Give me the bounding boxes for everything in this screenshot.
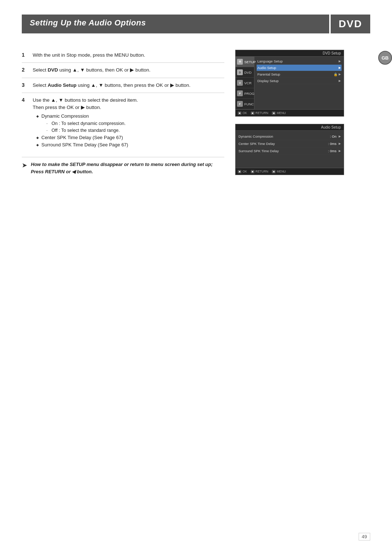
- gb-badge: GB: [378, 51, 392, 65]
- bullet-center: Center SPK Time Delay (See Page 67): [36, 134, 224, 142]
- dvd-screen-sidebar: ⚙ SETUP D DVD V VCR P PR: [236, 57, 254, 109]
- audio-footer-menu: ■ MENU: [272, 170, 286, 173]
- footer-menu: ■ MENU: [272, 111, 286, 115]
- step-3-number: 3: [22, 82, 28, 89]
- footer-ok: ■ OK: [238, 111, 247, 115]
- dvd-setup-title-bar: DVD Setup: [236, 50, 344, 57]
- dvd-icon: D: [237, 69, 243, 75]
- audio-setup-title-bar: Audio Setup: [236, 124, 344, 131]
- menu-display-arrow: ▶: [339, 79, 341, 82]
- audio-setup-title: Audio Setup: [321, 125, 341, 129]
- step-4: 4 Use the ▲, ▼ buttons to select the des…: [22, 93, 224, 153]
- audio-surround: Surround SPK Time Delay : 0ms ▶: [238, 147, 342, 155]
- menu-btn-icon: ■: [272, 112, 275, 115]
- step-2-number: 2: [22, 66, 28, 74]
- dvd-screen-footer: ■ OK ■ RETURN ■ MENU: [236, 109, 344, 116]
- audio-dynamic-label: Dynamic Compression: [238, 134, 273, 138]
- audio-spacer: [238, 155, 342, 166]
- menu-parental: Parental Setup 🔒 ▶: [257, 71, 342, 78]
- bullet-surround: Surround SPK Time Delay (See Page 67): [36, 141, 224, 149]
- header-dvd-box: DVD: [331, 15, 370, 33]
- step-4-text2: Then press the OK or ▶ button.: [33, 105, 101, 110]
- menu-btn-label: MENU: [277, 111, 286, 115]
- audio-dynamic-arrow: ▶: [339, 135, 341, 138]
- sidebar-dvd: D DVD: [236, 67, 254, 78]
- prog-icon: P: [237, 90, 243, 96]
- dvd-label: DVD: [339, 18, 362, 30]
- page-title: Setting Up the Audio Options: [30, 18, 146, 27]
- audio-footer-ok: ■ OK: [238, 170, 247, 173]
- note-arrow-icon: ➤: [22, 161, 27, 169]
- step-4-number: 4: [22, 97, 28, 149]
- menu-display-label: Display Setup: [257, 79, 279, 83]
- audio-screen-body: Dynamic Compression : On ▶ Center SPK Ti…: [236, 131, 344, 168]
- dynamic-off: Off : To select the standard range.: [46, 127, 224, 134]
- step-4-text: Use the ▲, ▼ buttons to select the desir…: [33, 97, 138, 103]
- menu-language: Language Setup ▶: [257, 58, 342, 65]
- step-1-content: With the unit in Stop mode, press the ME…: [33, 52, 224, 59]
- audio-return-btn-label: RETURN: [256, 170, 268, 173]
- audio-ok-btn-label: OK: [242, 170, 247, 173]
- note-content: How to make the SETUP menu disappear or …: [31, 162, 213, 174]
- func-icon: F: [237, 101, 243, 107]
- audio-menu-btn-icon: ■: [272, 170, 275, 173]
- setup-label: SETUP: [244, 60, 256, 64]
- step-2-content: Select DVD using ▲, ▼ buttons, then OK o…: [33, 66, 224, 74]
- step-3: 3 Select Audio Setup using ▲, ▼ buttons,…: [22, 78, 224, 93]
- main-content: 1 With the unit in Stop mode, press the …: [22, 48, 370, 175]
- step-2-prefix: Select: [33, 67, 48, 73]
- note-box: ➤ How to make the SETUP menu disappear o…: [22, 157, 224, 175]
- bullet-dynamic: Dynamic Compression On : To select dynam…: [36, 113, 224, 134]
- audio-center-value: : 0ms: [328, 142, 336, 146]
- sidebar-func: F FUNC: [236, 99, 254, 109]
- step-2: 2 Select DVD using ▲, ▼ buttons, then OK…: [22, 62, 224, 77]
- step-3-prefix: Select Audio Setup using ▲, ▼ buttons, t…: [33, 82, 191, 88]
- audio-center: Center SPK Time Delay : 0ms ▶: [238, 140, 342, 147]
- step-3-content: Select Audio Setup using ▲, ▼ buttons, t…: [33, 82, 224, 89]
- dvd-screen-body: ⚙ SETUP D DVD V VCR P PR: [236, 57, 344, 109]
- screenshots-column: DVD Setup ⚙ SETUP D DVD V: [235, 48, 370, 175]
- audio-center-label: Center SPK Time Delay: [238, 142, 275, 146]
- menu-language-arrow: ▶: [339, 60, 341, 63]
- vcr-label: VCR: [244, 81, 252, 85]
- audio-setup-screen: Audio Setup Dynamic Compression : On ▶ C…: [235, 124, 344, 175]
- page-header: Setting Up the Audio Options DVD: [22, 15, 370, 33]
- menu-parental-label: Parental Setup: [257, 72, 280, 76]
- footer-return: ■ RETURN: [251, 111, 269, 115]
- audio-dynamic: Dynamic Compression : On ▶: [238, 133, 342, 140]
- func-label: FUNC: [244, 102, 254, 106]
- audio-dynamic-value: : On: [330, 134, 336, 138]
- page-number: 49: [359, 533, 370, 540]
- instructions-column: 1 With the unit in Stop mode, press the …: [22, 48, 224, 175]
- ok-btn-icon: ■: [238, 112, 241, 115]
- audio-surround-label: Surround SPK Time Delay: [238, 149, 279, 153]
- audio-ok-btn-icon: ■: [238, 170, 241, 173]
- page: Setting Up the Audio Options DVD GB 1 Wi…: [0, 0, 392, 555]
- note-text: How to make the SETUP menu disappear or …: [31, 161, 224, 175]
- step-2-bold: DVD: [48, 67, 58, 73]
- menu-language-label: Language Setup: [257, 59, 283, 63]
- ok-btn-label: OK: [242, 111, 247, 115]
- dvd-setup-title: DVD Setup: [323, 51, 341, 55]
- dvd-setup-screen: DVD Setup ⚙ SETUP D DVD V: [235, 50, 344, 117]
- step-3-bold: Audio Setup: [48, 82, 77, 88]
- sidebar-setup: ⚙ SETUP: [236, 57, 254, 67]
- menu-parental-arrow: ▶: [339, 73, 341, 76]
- dynamic-sub-list: On : To select dynamic compression. Off …: [41, 120, 224, 134]
- step-1-number: 1: [22, 52, 28, 59]
- setup-icon: ⚙: [237, 59, 243, 65]
- step-1-text: With the unit in Stop mode, press the ME…: [33, 52, 145, 58]
- audio-center-arrow: ▶: [339, 142, 341, 145]
- prog-label: PROG: [244, 92, 254, 96]
- audio-footer-return: ■ RETURN: [251, 170, 269, 173]
- step-4-content: Use the ▲, ▼ buttons to select the desir…: [33, 97, 224, 149]
- audio-menu-btn-label: MENU: [277, 170, 286, 173]
- sidebar-vcr: V VCR: [236, 78, 254, 88]
- gb-text: GB: [381, 55, 389, 61]
- menu-audio-label: Audio Setup: [257, 66, 276, 70]
- audio-surround-arrow: ▶: [339, 149, 341, 153]
- sidebar-prog: P PROG: [236, 88, 254, 99]
- menu-audio-arrow: ▶: [339, 66, 341, 69]
- audio-surround-value: : 0ms: [328, 149, 336, 153]
- return-btn-icon: ■: [251, 112, 254, 115]
